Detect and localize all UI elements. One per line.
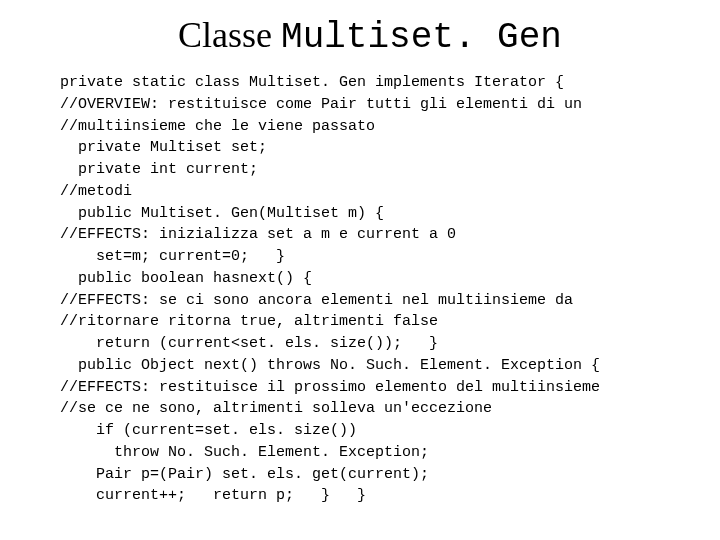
slide-title: Classe Multiset. Gen bbox=[60, 14, 680, 58]
code-block: private static class Multiset. Gen imple… bbox=[60, 72, 680, 507]
slide: Classe Multiset. Gen private static clas… bbox=[0, 0, 720, 540]
title-serif-part: Classe bbox=[178, 15, 281, 55]
title-mono-part: Multiset. Gen bbox=[281, 17, 562, 58]
